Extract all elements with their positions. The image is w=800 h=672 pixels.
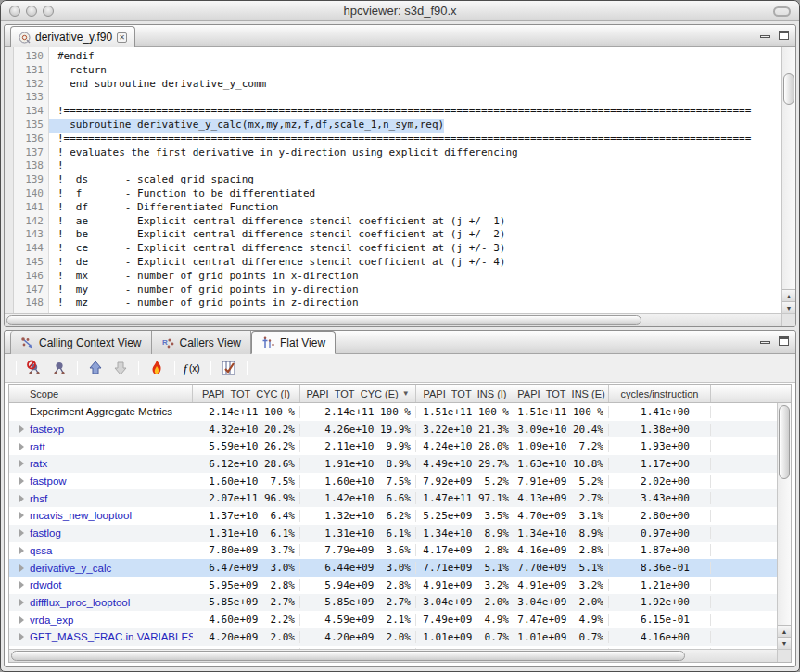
expand-triangle-icon[interactable] — [19, 633, 24, 640]
table-row[interactable]: derivative_y_calc6.47e+09 3.0%6.44e+09 3… — [9, 559, 777, 577]
maximize-pane-icon[interactable] — [779, 336, 789, 346]
code-text: ! be - Explicit central difference stenc… — [49, 228, 505, 242]
metric-value: 1.32e+10 6.2% — [300, 510, 416, 522]
column-header-scope[interactable]: Scope — [9, 385, 193, 402]
line-number: 135 — [14, 119, 49, 133]
metric-value: 1.37e+10 6.4% — [193, 510, 300, 522]
expand-triangle-icon[interactable] — [19, 564, 24, 572]
expand-triangle-icon[interactable] — [19, 425, 24, 433]
code-text: end subroutine derivative_y_comm — [49, 78, 266, 92]
line-number: 131 — [14, 64, 49, 78]
editor-horizontal-scrollbar[interactable] — [5, 313, 781, 326]
code-text: !=======================================… — [49, 105, 751, 119]
scope-cell: vrda_exp — [9, 611, 193, 628]
metric-value: 1.87e+00 — [609, 544, 711, 556]
expand-triangle-icon[interactable] — [19, 495, 24, 502]
metric-value: 2.11e+10 9.9% — [300, 440, 416, 452]
code-text: ! mz - number of grid points in z-direct… — [49, 297, 359, 311]
minimize-pane-icon[interactable] — [760, 341, 770, 344]
expand-triangle-icon[interactable] — [19, 460, 24, 467]
expand-triangle-icon[interactable] — [19, 547, 24, 554]
table-row[interactable]: qssa7.80e+09 3.7%7.79e+09 3.6%4.17e+09 2… — [9, 542, 777, 560]
code-text: ! my - number of grid points in y-direct… — [49, 284, 359, 298]
scrollbar-corner — [781, 313, 795, 326]
metric-value: 1.01e+09 0.7% — [416, 631, 514, 643]
table-row[interactable]: mcavis_new_looptool1.37e+10 6.4%1.32e+10… — [9, 507, 777, 525]
scope-name: fastlog — [30, 527, 61, 539]
table-row[interactable]: GET_MASS_FRAC.in.VARIABLES_M4.20e+09 2.0… — [9, 628, 777, 646]
flatten-icon — [26, 360, 43, 376]
table-row[interactable]: fastpow1.60e+10 7.5%1.60e+10 7.5%7.92e+0… — [9, 473, 777, 490]
editor-vscroll-thumb[interactable] — [783, 73, 794, 105]
tab-flat-view[interactable]: Flat View — [251, 331, 336, 354]
expand-triangle-icon[interactable] — [19, 581, 24, 589]
code-line: 139! ds - scaled grid spacing — [14, 173, 781, 187]
code-area[interactable]: 130#endif131 return132 end subroutine de… — [14, 47, 781, 313]
table-row[interactable]: vrda_exp4.60e+09 2.2%4.59e+09 2.1%7.49e+… — [9, 611, 777, 628]
expand-triangle-icon[interactable] — [19, 616, 24, 624]
table-row[interactable]: fastlog1.31e+10 6.1%1.31e+10 6.1%1.34e+1… — [9, 525, 777, 542]
metric-value: 1.01e+09 0.7% — [514, 631, 609, 643]
tab-derivative-y-f90[interactable]: derivative_y.f90 ✕ — [10, 26, 135, 47]
derived-metric-button[interactable]: f (x) — [182, 357, 204, 379]
metric-value: 6.47e+09 3.0% — [193, 562, 300, 574]
expand-triangle-icon[interactable] — [19, 529, 24, 537]
tab-close-icon[interactable]: ✕ — [117, 32, 127, 43]
column-header-cycles-per-instruction[interactable]: cycles/instruction — [609, 385, 711, 402]
table-row[interactable]: rhsf2.07e+11 96.9%1.42e+10 6.6%1.47e+11 … — [9, 489, 777, 507]
source-editor[interactable]: 130#endif131 return132 end subroutine de… — [5, 47, 795, 326]
table-vertical-scrollbar[interactable]: ▲ ▼ — [777, 403, 791, 649]
table-row[interactable]: diffflux_proc_looptool5.85e+09 2.7%5.85e… — [9, 594, 777, 612]
flatten-button[interactable] — [23, 357, 45, 379]
column-header-papi-tot-ins-e[interactable]: PAPI_TOT_INS (E) — [514, 385, 609, 402]
metric-value: 3.43e+00 — [609, 492, 711, 504]
minimize-pane-icon[interactable] — [760, 35, 770, 38]
editor-hscroll-thumb[interactable] — [6, 315, 641, 325]
expand-triangle-icon[interactable] — [19, 512, 24, 519]
scroll-down-arrow-icon[interactable]: ▼ — [782, 301, 795, 313]
zoom-out-button[interactable] — [109, 357, 132, 379]
metric-value: 7.47e+09 4.9% — [514, 614, 609, 626]
tab-callers-view[interactable]: R Callers View — [152, 331, 251, 354]
zoom-in-button[interactable] — [84, 357, 107, 379]
hot-path-button[interactable] — [146, 357, 168, 379]
tab-calling-context-view[interactable]: Calling Context View — [10, 331, 152, 354]
expand-triangle-icon[interactable] — [19, 599, 24, 606]
metrics-toolbar: f (x) — [5, 354, 795, 383]
column-header-papi-tot-cyc-e[interactable]: PAPI_TOT_CYC (E) ▼ — [300, 385, 416, 402]
column-filter-button[interactable] — [218, 357, 240, 379]
line-number: 147 — [14, 284, 49, 298]
annotation-ruler — [5, 47, 14, 313]
code-line: 133 — [14, 91, 781, 105]
scroll-down-arrow-icon[interactable]: ▼ — [778, 637, 791, 649]
table-row[interactable]: Experiment Aggregate Metrics2.14e+11 100… — [9, 403, 777, 421]
metric-value: 1.21e+00 — [609, 579, 711, 591]
line-number: 137 — [14, 146, 49, 160]
scroll-up-arrow-icon[interactable]: ▲ — [778, 625, 791, 637]
table-hscroll-thumb[interactable] — [11, 651, 685, 661]
table-row[interactable]: rdwdot5.95e+09 2.8%5.94e+09 2.8%4.91e+09… — [9, 577, 777, 594]
metric-value: 1.38e+00 — [609, 424, 711, 436]
code-line: 141! df - Differentiated Function — [14, 201, 781, 215]
svg-text:R: R — [162, 338, 168, 347]
scroll-up-arrow-icon[interactable]: ▲ — [782, 289, 795, 301]
metric-value: 1.34e+10 8.9% — [416, 527, 514, 539]
editor-vertical-scrollbar[interactable]: ▲ ▼ — [781, 47, 795, 313]
column-header-papi-tot-cyc-i[interactable]: PAPI_TOT_CYC (I) — [193, 385, 300, 402]
metric-value: 6.15e-01 — [609, 614, 711, 626]
maximize-pane-icon[interactable] — [779, 31, 789, 40]
table-row[interactable]: ratx6.12e+10 28.6%1.91e+10 8.9%4.49e+10 … — [9, 455, 777, 473]
column-header-papi-tot-ins-i[interactable]: PAPI_TOT_INS (I) — [416, 385, 514, 402]
table-horizontal-scrollbar[interactable] — [9, 649, 777, 662]
table-vscroll-thumb[interactable] — [779, 405, 790, 479]
table-row[interactable]: ratt5.59e+10 26.2%2.11e+10 9.9%4.24e+10 … — [9, 437, 777, 455]
unflatten-button[interactable] — [48, 357, 70, 379]
expand-triangle-icon[interactable] — [19, 477, 24, 485]
metric-value: 3.09e+10 20.4% — [514, 424, 609, 436]
table-row[interactable]: fastexp4.32e+10 20.2%4.26e+10 19.9%3.22e… — [9, 421, 777, 438]
code-line: 132 end subroutine derivative_y_comm — [14, 78, 781, 92]
code-text — [49, 91, 57, 105]
toolbar-toggle-button[interactable] — [773, 6, 791, 17]
scope-cell: mcavis_new_looptool — [9, 507, 193, 525]
expand-triangle-icon[interactable] — [19, 443, 24, 450]
